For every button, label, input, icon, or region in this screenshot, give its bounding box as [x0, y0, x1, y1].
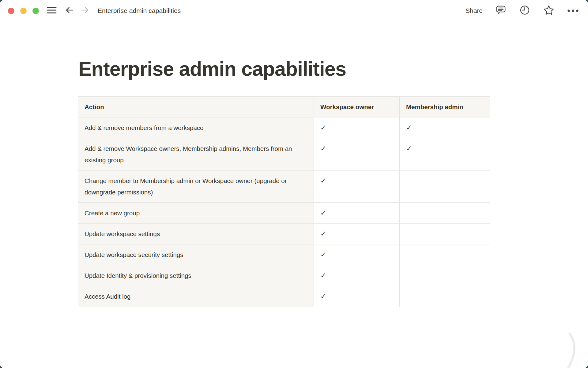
sidebar-menu-button[interactable]	[47, 6, 57, 15]
action-cell[interactable]: Add & remove Workspace owners, Membershi…	[78, 138, 314, 171]
table-row: Add & remove Workspace owners, Membershi…	[78, 138, 490, 171]
checkmark: ✓	[320, 271, 326, 279]
workspace-owner-cell[interactable]: ✓	[314, 265, 400, 286]
action-cell[interactable]: Change member to Membership admin or Wor…	[78, 171, 314, 203]
app-window: Enterprise admin capabilities Share	[0, 0, 588, 368]
history-button[interactable]	[519, 5, 530, 17]
checkmark: ✓	[320, 209, 326, 217]
action-cell[interactable]: Create a new group	[78, 203, 314, 224]
membership-admin-cell[interactable]: ✓	[400, 138, 490, 171]
membership-admin-cell[interactable]	[400, 203, 490, 224]
action-cell[interactable]: Update workspace settings	[78, 224, 314, 244]
minimize-button[interactable]	[20, 8, 27, 14]
close-button[interactable]	[8, 8, 14, 14]
table-row: Add & remove members from a workspace✓✓	[78, 117, 490, 138]
table-row: Update workspace settings✓	[78, 224, 490, 244]
ellipsis-icon	[567, 8, 579, 13]
star-icon	[543, 5, 555, 17]
zoom-button[interactable]	[32, 8, 39, 14]
membership-admin-cell[interactable]	[400, 171, 490, 203]
checkmark: ✓	[320, 124, 326, 132]
workspace-owner-cell[interactable]: ✓	[314, 224, 400, 244]
table-row: Change member to Membership admin or Wor…	[78, 171, 490, 203]
checkmark: ✓	[406, 144, 412, 152]
table-row: Update Identity & provisioning settings✓	[78, 265, 490, 286]
traffic-lights	[8, 8, 39, 14]
back-button[interactable]	[65, 6, 74, 15]
table-row: Access Audit log✓	[78, 286, 490, 307]
back-arrow-icon	[65, 6, 74, 15]
favorite-button[interactable]	[543, 5, 555, 17]
share-button[interactable]: Share	[466, 7, 483, 14]
page-content: Enterprise admin capabilities Action Wor…	[0, 57, 588, 307]
checkmark: ✓	[406, 124, 412, 132]
breadcrumb-title[interactable]: Enterprise admin capabilities	[98, 7, 181, 14]
action-cell[interactable]: Update workspace security settings	[78, 244, 314, 265]
table-body: Add & remove members from a workspace✓✓A…	[78, 117, 490, 307]
workspace-owner-cell[interactable]: ✓	[314, 171, 400, 203]
checkmark: ✓	[320, 144, 326, 152]
membership-admin-cell[interactable]	[400, 224, 490, 244]
checkmark: ✓	[320, 251, 326, 259]
workspace-owner-cell[interactable]: ✓	[314, 203, 400, 224]
action-cell[interactable]: Add & remove members from a workspace	[78, 117, 314, 138]
comment-bubble-icon	[495, 5, 507, 17]
table-row: Create a new group✓	[78, 203, 490, 224]
column-header-workspace-owner[interactable]: Workspace owner	[314, 97, 400, 117]
hamburger-icon	[47, 6, 57, 15]
checkmark: ✓	[320, 177, 326, 185]
checkmark: ✓	[320, 230, 326, 238]
more-options-button[interactable]	[567, 8, 579, 13]
titlebar-actions: Share	[466, 5, 579, 17]
table-row: Update workspace security settings✓	[78, 244, 490, 265]
forward-button[interactable]	[80, 6, 89, 15]
workspace-owner-cell[interactable]: ✓	[314, 244, 400, 265]
column-header-membership-admin[interactable]: Membership admin	[400, 97, 490, 117]
action-cell[interactable]: Access Audit log	[78, 286, 314, 307]
workspace-owner-cell[interactable]: ✓	[314, 138, 400, 171]
clock-icon	[519, 5, 530, 17]
table-header-row: Action Workspace owner Membership admin	[78, 97, 490, 117]
membership-admin-cell[interactable]	[400, 244, 490, 265]
comments-button[interactable]	[495, 5, 507, 17]
column-header-action[interactable]: Action	[78, 97, 314, 117]
workspace-owner-cell[interactable]: ✓	[314, 286, 400, 307]
membership-admin-cell[interactable]	[400, 265, 490, 286]
membership-admin-cell[interactable]: ✓	[400, 117, 490, 138]
checkmark: ✓	[320, 292, 326, 300]
capabilities-table: Action Workspace owner Membership admin …	[78, 96, 490, 307]
decorative-curve	[563, 333, 587, 368]
forward-arrow-icon	[80, 6, 89, 15]
action-cell[interactable]: Update Identity & provisioning settings	[78, 265, 314, 286]
workspace-owner-cell[interactable]: ✓	[314, 117, 400, 138]
page-title[interactable]: Enterprise admin capabilities	[78, 57, 588, 81]
membership-admin-cell[interactable]	[400, 286, 490, 307]
titlebar: Enterprise admin capabilities Share	[0, 0, 588, 21]
